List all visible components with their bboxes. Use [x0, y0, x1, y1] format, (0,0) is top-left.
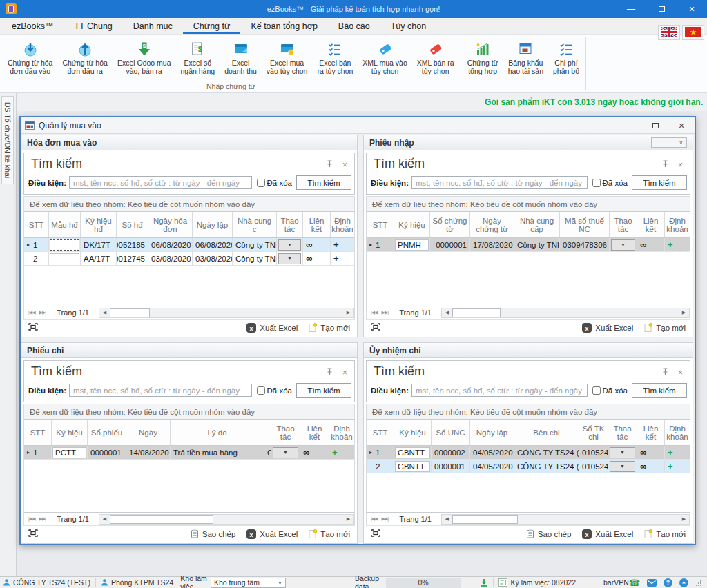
search-condition-input[interactable]	[411, 384, 588, 397]
add-entry-button[interactable]: +	[333, 240, 351, 249]
row-action-dropdown-button[interactable]: ▼	[273, 447, 298, 458]
pin-icon[interactable]	[662, 366, 668, 378]
row-action-dropdown-button[interactable]: ▼	[278, 253, 301, 264]
column-header[interactable]: Mẫu hđ	[49, 212, 81, 237]
last-page-icon[interactable]: ▶▶|	[39, 310, 46, 315]
horizontal-scrollbar[interactable]: ◀▶	[99, 308, 354, 318]
toolbar-button-excel-bank[interactable]: $Excel sốngân hàng	[176, 39, 220, 75]
close-search-icon[interactable]: ×	[678, 158, 683, 170]
expand-icon[interactable]	[371, 529, 380, 538]
last-page-icon[interactable]: ▶▶|	[382, 516, 389, 522]
column-header[interactable]: STT	[24, 212, 49, 237]
add-entry-button[interactable]: +	[668, 240, 687, 249]
action-t-o-m-i[interactable]: Tạo mới	[644, 323, 686, 332]
table-row[interactable]: ▸1PNMH000000117/08/2020Công ty TNHH Hồng…	[367, 238, 690, 252]
mdi-close-button[interactable]: ×	[668, 117, 695, 133]
search-button[interactable]: Tìm kiếm	[296, 383, 351, 398]
column-header[interactable]: Liên kết	[300, 420, 329, 445]
expand-icon[interactable]	[28, 323, 38, 332]
inline-editor[interactable]: PNMH	[395, 239, 429, 251]
horizontal-scrollbar[interactable]: ◀▶	[441, 514, 690, 525]
deleted-checkbox[interactable]	[592, 179, 601, 187]
panel-close-button[interactable]: ×	[651, 137, 687, 148]
sidebar-tab-ds-to-chuc[interactable]: DS Tổ chức/DN kê khai	[1, 96, 14, 184]
scroll-right-icon[interactable]: ▶	[343, 308, 354, 317]
window-minimize-button[interactable]: —	[616, 0, 646, 18]
pin-icon[interactable]	[662, 158, 668, 170]
add-entry-button[interactable]: +	[333, 254, 351, 263]
search-condition-input[interactable]	[411, 176, 588, 189]
first-page-icon[interactable]: |◀◀	[371, 310, 378, 315]
row-action-dropdown-button[interactable]: ▼	[278, 239, 301, 251]
table-row[interactable]: 2GBNTT000000104/05/2020CÔNG TY TS24 (T..…	[367, 460, 690, 473]
menu-item-danh-m-c[interactable]: Danh mục	[123, 18, 183, 34]
menu-item-ezbooks-[interactable]: ezBooks™	[1, 18, 64, 34]
mdi-minimize-button[interactable]: —	[616, 117, 642, 133]
inline-editor[interactable]: GBNTT	[395, 447, 430, 458]
pin-icon[interactable]	[327, 158, 333, 170]
column-header[interactable]: Liên kết	[303, 212, 331, 237]
column-header[interactable]: Định khoản	[329, 420, 354, 445]
table-row[interactable]: ▸1DK/17T005218506/08/202006/08/2020Công …	[24, 238, 354, 252]
column-header[interactable]: Ngày chứng từ	[470, 212, 514, 237]
toolbar-button-cost-allocation[interactable]: Chi phíphân bổ	[548, 39, 584, 75]
pin-icon[interactable]	[327, 366, 333, 378]
link-button[interactable]: ∞	[306, 254, 327, 263]
first-page-icon[interactable]: |◀◀	[28, 310, 35, 315]
menu-item-ch-ng-t-[interactable]: Chứng từ	[183, 18, 241, 34]
column-header[interactable]: Bên chi	[514, 420, 579, 445]
column-header[interactable]: Số chứng từ	[430, 212, 470, 237]
deleted-checkbox[interactable]	[257, 179, 265, 187]
close-search-icon[interactable]: ×	[342, 158, 347, 170]
column-header[interactable]: Ký hiệu	[394, 212, 430, 237]
help-icon[interactable]: ?	[664, 578, 672, 587]
row-action-dropdown-button[interactable]: ▼	[610, 447, 635, 458]
column-header[interactable]: Thao tác	[610, 212, 637, 237]
scroll-right-icon[interactable]: ▶	[679, 515, 689, 524]
add-entry-button[interactable]: +	[332, 448, 351, 457]
toolbar-button-xml-buy[interactable]: XML mua vàotùy chọn	[358, 39, 411, 75]
window-maximize-button[interactable]	[646, 0, 677, 18]
scroll-right-icon[interactable]: ▶	[679, 308, 689, 317]
inline-editor[interactable]: GBNTT	[395, 461, 430, 472]
action-sao-ch-p[interactable]: Sao chép	[526, 529, 572, 538]
toolbar-button-excel-revenue[interactable]: Exceldoanh thu	[220, 39, 262, 75]
column-header[interactable]: Liên kết	[637, 212, 665, 237]
menu-item-b-o-c-o[interactable]: Báo cáo	[328, 18, 380, 34]
toolbar-button-excel-buy-custom[interactable]: Excel muavào tùy chọn	[262, 39, 313, 75]
action-xu-t-excel[interactable]: xXuất Excel	[246, 323, 298, 333]
column-header[interactable]: Nhà cung c	[233, 212, 277, 237]
scrollbar-thumb[interactable]	[110, 308, 150, 317]
mail-icon[interactable]	[647, 579, 657, 587]
expand-icon[interactable]	[371, 323, 380, 332]
menu-item-t-y-ch-n[interactable]: Tùy chọn	[380, 18, 436, 34]
deleted-checkbox[interactable]	[257, 386, 265, 395]
add-entry-button[interactable]: +	[668, 448, 687, 457]
action-xu-t-excel[interactable]: xXuất Excel	[246, 529, 298, 539]
download-icon[interactable]	[480, 578, 488, 587]
scrollbar-thumb[interactable]	[452, 515, 518, 524]
action-xu-t-excel[interactable]: xXuất Excel	[582, 529, 633, 539]
column-header[interactable]: STT	[367, 420, 394, 445]
table-row[interactable]: ▸1GBNTT000000204/05/2020CÔNG TY TS24 (T.…	[367, 446, 690, 460]
language-button-flag-vn[interactable]	[682, 25, 704, 40]
horizontal-scrollbar[interactable]: ◀▶	[99, 514, 354, 525]
scroll-left-icon[interactable]: ◀	[442, 515, 452, 524]
close-search-icon[interactable]: ×	[678, 366, 683, 378]
column-header[interactable]: Ngày lập	[193, 212, 233, 237]
row-action-dropdown-button[interactable]: ▼	[611, 239, 635, 251]
action-t-o-m-i[interactable]: Tạo mới	[309, 529, 350, 538]
last-page-icon[interactable]: ▶▶|	[382, 310, 389, 315]
scrollbar-thumb[interactable]	[452, 308, 501, 317]
add-entry-button[interactable]: +	[668, 462, 687, 471]
column-header[interactable]: Thao tác	[608, 420, 637, 445]
link-button[interactable]: ∞	[303, 448, 326, 457]
column-header[interactable]	[264, 420, 271, 445]
column-header[interactable]: Ngày	[126, 420, 171, 445]
search-condition-input[interactable]	[69, 384, 252, 397]
toolbar-button-depreciation[interactable]: Bảng khấuhao tài sản	[503, 39, 548, 75]
horizontal-scrollbar[interactable]: ◀▶	[441, 308, 690, 318]
action-sao-ch-p[interactable]: Sao chép	[191, 529, 236, 538]
action-t-o-m-i[interactable]: Tạo mới	[309, 323, 350, 332]
window-close-button[interactable]: ×	[677, 0, 707, 18]
